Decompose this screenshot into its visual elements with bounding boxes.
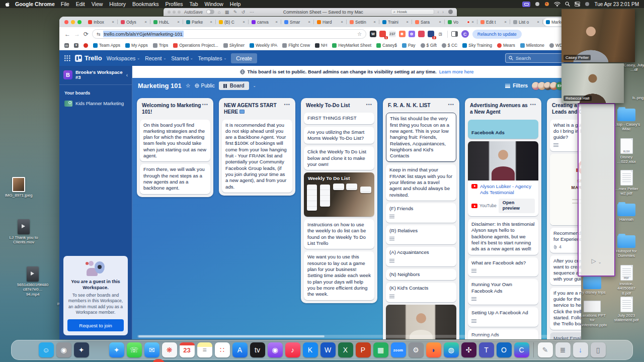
trello-card[interactable]: (R) Relatives xyxy=(386,225,456,245)
bookmark-item[interactable] xyxy=(84,43,88,48)
browser-tab[interactable]: Odys× xyxy=(118,18,149,26)
trello-card-board-preview[interactable]: Weekly To Do List xyxy=(304,172,374,217)
trello-card[interactable]: (K) Kid's Contacts xyxy=(386,283,456,302)
board-view-switcher[interactable]: Board xyxy=(219,81,249,90)
tab-close-icon[interactable]: × xyxy=(210,20,212,24)
side-panel-icon[interactable] xyxy=(451,31,458,37)
trello-card[interactable]: Setting Up A Facebook Ad xyxy=(468,307,538,327)
word-record-button[interactable] xyxy=(448,10,453,14)
bookmark-item[interactable]: Mears xyxy=(497,43,515,48)
nav-menu-workspaces[interactable]: Workspaces⌄ xyxy=(107,55,140,61)
browser-tab[interactable]: Edit t× xyxy=(478,18,509,26)
reload-button[interactable]: ⟳ xyxy=(84,31,89,38)
browser-tab[interactable]: Traini× xyxy=(380,18,411,26)
background-word-window-titlebar[interactable]: AutoSave ⌂ ▦ ✎ ↺ ⋯ Commission Sheet — Sa… xyxy=(164,8,457,16)
create-button[interactable]: Create xyxy=(231,53,257,63)
desktop-file-xlsx[interactable]: XLSXDisney …022.xlsx xyxy=(611,138,642,164)
list-title[interactable]: Weekly To-Do List xyxy=(306,102,366,109)
dock-icon-word[interactable]: W xyxy=(320,342,336,357)
zoom-floating-panel[interactable]: ▷ ⌄ xyxy=(578,103,615,277)
window-controls[interactable] xyxy=(64,20,82,24)
dock-icon-settings[interactable]: ⚙ xyxy=(409,342,424,357)
relaunch-to-update-button[interactable]: Relaunch to update xyxy=(472,30,522,39)
extension-icon[interactable]: 2 xyxy=(428,31,434,37)
trello-card[interactable]: Are you utilizing the Smart Moms Weekly … xyxy=(304,127,374,144)
dock-icon-photo-booth[interactable]: ◉ xyxy=(56,342,71,357)
bookmark-item[interactable]: Flight Crew xyxy=(282,43,310,48)
desktop-file-folder[interactable]: My disney trips xyxy=(577,275,608,295)
dock-icon-chrome[interactable] xyxy=(151,359,166,362)
browser-tab[interactable]: Sara× xyxy=(413,18,444,26)
address-bar[interactable]: ⇆ trello.com/b/alsYGjeM/marketing-101 ☆ xyxy=(92,29,366,39)
dock-icon-reminders[interactable]: ∷ xyxy=(215,342,230,357)
dock-icon-downloads[interactable]: ↓ xyxy=(573,342,588,357)
video-link-text[interactable]: Alyson Lubker - Agency Ads Testimonial xyxy=(480,184,535,196)
dock-icon-outlook[interactable]: O xyxy=(497,342,512,357)
board-title[interactable]: Marketing 101 xyxy=(138,82,182,89)
chevron-down-icon[interactable]: ⌄ xyxy=(598,260,602,264)
trello-card[interactable]: What are Facebook ads? xyxy=(468,257,538,277)
browser-tab[interactable]: Vo× xyxy=(445,18,476,26)
bookmark-item[interactable]: $ Gift xyxy=(421,43,437,48)
dock-icon-notes[interactable]: ≡ xyxy=(197,342,212,357)
desktop-file-video[interactable]: LJ Thank you to Clients.mov xyxy=(8,219,39,245)
tab-close-icon[interactable]: × xyxy=(537,20,539,24)
list-title[interactable]: F. R. A. N. K. LIST xyxy=(388,102,448,109)
browser-tab[interactable]: canva× xyxy=(249,18,280,26)
tab-close-icon[interactable]: × xyxy=(439,20,441,24)
sidebar-collapse-icon[interactable]: ‹ xyxy=(126,72,128,78)
extension-icon[interactable]: ◳ xyxy=(437,31,444,37)
trello-card[interactable]: Instructions on how to use the weekly to… xyxy=(304,219,374,249)
dock-icon-trash[interactable]: ▯ xyxy=(591,342,606,357)
desktop-file-photo[interactable]: IMG_8971.jpeg xyxy=(3,177,34,198)
trello-card[interactable]: Disclaimer: In this testimonial Alyson s… xyxy=(468,219,538,255)
list-menu-icon[interactable]: ••• xyxy=(530,102,536,107)
tab-close-icon[interactable]: × xyxy=(275,20,278,24)
menu-item-edit[interactable]: Edit xyxy=(76,1,85,7)
list-title[interactable]: Welcoming to Marketing 101! xyxy=(142,102,202,116)
dock-icon-calendar[interactable]: 23 xyxy=(180,342,195,357)
desktop-file-folder[interactable]: Hannah xyxy=(611,202,642,222)
dock-icon-podcasts[interactable]: ◉ xyxy=(268,342,283,357)
bookmark-item[interactable]: Skyliner xyxy=(223,43,245,48)
open-preview-button[interactable]: Open preview xyxy=(499,199,535,213)
app-status-icon[interactable] xyxy=(544,2,549,7)
dock-icon-textedit[interactable]: ✎ xyxy=(538,342,553,357)
tab-close-icon[interactable]: × xyxy=(112,20,114,24)
trello-card-cover[interactable]: Facebook Ads xyxy=(468,120,538,139)
trello-card[interactable]: Running Your Own Facebook Ads xyxy=(468,279,538,305)
chrome-profile-avatar[interactable]: C xyxy=(461,30,469,38)
bookmark-item[interactable]: Sky Training xyxy=(462,43,492,48)
spotlight-search-icon[interactable] xyxy=(565,2,570,7)
workspace-header[interactable]: B Brooke's Workspace #3 ‹ xyxy=(59,66,132,85)
dock-icon-numbers[interactable]: ▦ xyxy=(373,342,388,357)
bookmark-item[interactable]: My Apps xyxy=(125,43,148,48)
dock-icon-firefox[interactable]: ◗ xyxy=(426,342,441,357)
trello-card[interactable]: On this board you'll find marketing stra… xyxy=(140,120,210,162)
nav-menu-templates[interactable]: Templates⌄ xyxy=(198,55,227,61)
bookmark-item[interactable]: HeyMarket Sheet xyxy=(332,43,371,48)
menu-item-bookmarks[interactable]: Bookmarks xyxy=(132,1,159,7)
bookmark-item[interactable]: Casey$ xyxy=(376,43,397,48)
trello-card[interactable]: This list should be the very first thing… xyxy=(386,113,456,162)
trello-card[interactable]: (A) Acquaintances xyxy=(386,247,456,266)
menu-item-file[interactable]: File xyxy=(61,1,69,7)
view-chevron-down-icon[interactable]: ⌄ xyxy=(253,84,256,88)
menu-item-history[interactable]: History xyxy=(109,1,126,7)
user-switcher-icon[interactable] xyxy=(585,2,590,7)
browser-tab[interactable]: Parke× xyxy=(184,18,215,26)
wifi-icon[interactable] xyxy=(554,2,560,7)
trello-card[interactable]: (N) Neighbors xyxy=(386,269,456,280)
trello-card[interactable]: It is recommended that you do not skip a… xyxy=(222,120,292,193)
browser-tab[interactable]: Smar× xyxy=(282,18,313,26)
dock-icon-finder[interactable]: ☺ xyxy=(39,342,54,357)
active-app-name[interactable]: Google Chrome xyxy=(15,1,55,7)
tab-close-icon[interactable]: × xyxy=(471,20,474,24)
dock-icon-music[interactable]: ♪ xyxy=(285,342,300,357)
nav-menu-recent[interactable]: Recent⌄ xyxy=(145,55,166,61)
bookmark-item[interactable]: Operations Project... xyxy=(173,43,218,48)
zoom-video-tile-1[interactable]: Casey Petter xyxy=(561,9,635,62)
trello-card[interactable]: (F) Friends xyxy=(386,203,456,223)
bookmark-item[interactable]: Weekly IPA xyxy=(250,43,277,48)
filters-button[interactable]: Filters xyxy=(505,83,528,88)
